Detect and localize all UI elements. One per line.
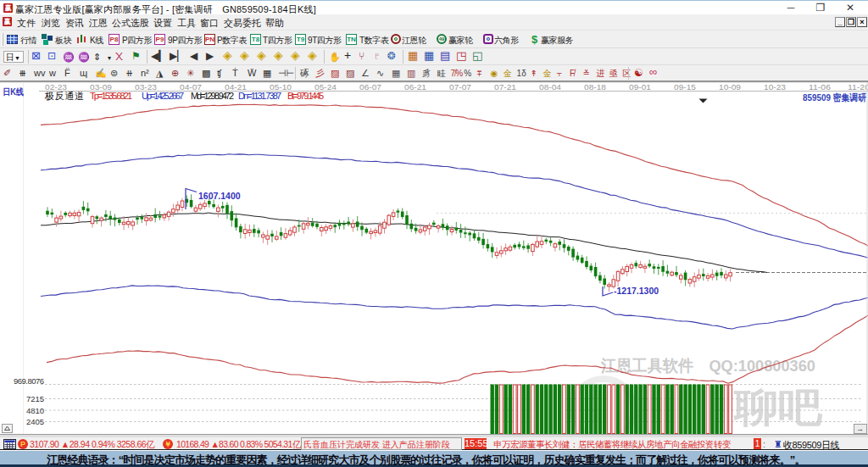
svg-text:Md=1298.9472: Md=1298.9472 bbox=[191, 91, 234, 101]
svg-text:03-09: 03-09 bbox=[90, 82, 112, 92]
svg-text:日K线: 日K线 bbox=[3, 86, 24, 97]
svg-text:2405: 2405 bbox=[26, 417, 44, 426]
svg-text:江恩工具软件 QQ:100800360: 江恩工具软件 QQ:100800360 bbox=[600, 357, 815, 375]
svg-text:02-23: 02-23 bbox=[45, 82, 67, 92]
svg-text:04-21: 04-21 bbox=[225, 82, 247, 92]
svg-text:Bt=979.1445: Bt=979.1445 bbox=[287, 91, 324, 101]
svg-text:1607.1400: 1607.1400 bbox=[198, 191, 241, 201]
svg-text:7215: 7215 bbox=[26, 394, 44, 403]
svg-text:10-23: 10-23 bbox=[764, 82, 786, 92]
svg-text:05-10: 05-10 bbox=[270, 82, 292, 92]
svg-text:08-04: 08-04 bbox=[539, 82, 561, 92]
svg-text:06-21: 06-21 bbox=[404, 82, 426, 92]
svg-text:极反通道: 极反通道 bbox=[44, 91, 84, 101]
svg-text:04-07: 04-07 bbox=[180, 82, 202, 92]
svg-text:→: → bbox=[856, 425, 864, 433]
svg-text:-1217.1300: -1217.1300 bbox=[614, 286, 659, 296]
svg-text:Tp=1535.6821: Tp=1535.6821 bbox=[90, 91, 132, 101]
svg-text:03-23: 03-23 bbox=[135, 82, 157, 92]
svg-text:11-06: 11-06 bbox=[809, 82, 831, 92]
svg-text:05-24: 05-24 bbox=[314, 82, 337, 92]
svg-text:聊吧: 聊吧 bbox=[733, 385, 823, 430]
svg-text:07-07: 07-07 bbox=[449, 82, 471, 92]
svg-text:Up=1425.2667: Up=1425.2667 bbox=[142, 91, 184, 101]
svg-text:06-07: 06-07 bbox=[359, 82, 381, 92]
svg-text:859509 密集调研: 859509 密集调研 bbox=[803, 92, 866, 103]
svg-text:08-18: 08-18 bbox=[584, 82, 606, 92]
svg-text:Dn=1131.7387: Dn=1131.7387 bbox=[238, 91, 281, 101]
svg-text:09-15: 09-15 bbox=[674, 82, 696, 92]
svg-text:11-20: 11-20 bbox=[848, 82, 868, 92]
svg-text:4810: 4810 bbox=[26, 406, 44, 415]
svg-text:10-09: 10-09 bbox=[719, 82, 741, 92]
svg-text:09-01: 09-01 bbox=[629, 82, 651, 92]
svg-text:969.8076: 969.8076 bbox=[14, 376, 44, 386]
svg-text:07-21: 07-21 bbox=[494, 82, 516, 92]
